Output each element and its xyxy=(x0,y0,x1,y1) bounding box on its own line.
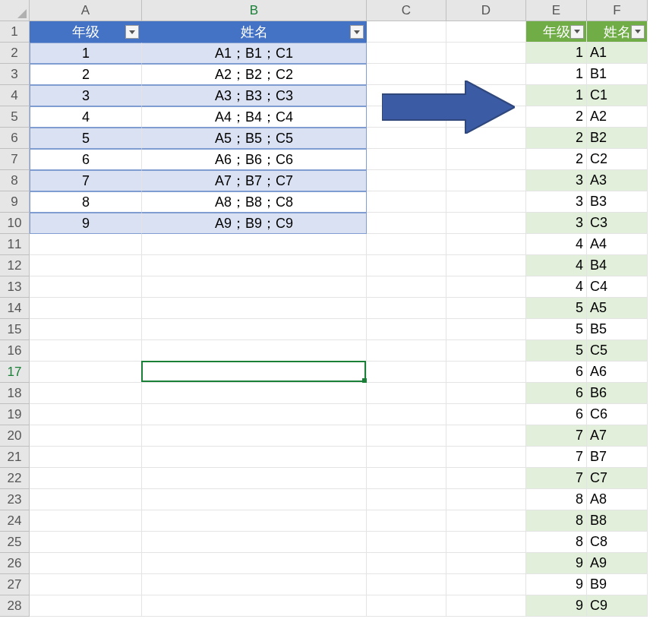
cell-A12[interactable] xyxy=(30,255,142,276)
green-header-grade[interactable]: 年级 xyxy=(526,21,587,43)
green-cell[interactable]: C6 xyxy=(587,404,648,425)
column-header-F[interactable]: F xyxy=(587,0,648,21)
cell-B20[interactable] xyxy=(142,425,367,447)
cell-C21[interactable] xyxy=(367,447,446,468)
green-cell[interactable]: A7 xyxy=(587,425,648,447)
cell-B22[interactable] xyxy=(142,468,367,489)
cell-D2[interactable] xyxy=(446,43,526,64)
blue-cell[interactable]: A1；B1；C1 xyxy=(142,43,367,64)
green-cell[interactable]: 3 xyxy=(526,170,587,191)
cell-B21[interactable] xyxy=(142,447,367,468)
filter-dropdown-icon[interactable] xyxy=(631,25,645,39)
cell-C8[interactable] xyxy=(367,170,446,191)
row-header-8[interactable]: 8 xyxy=(0,170,30,191)
cell-C4[interactable] xyxy=(367,85,446,106)
cell-B15[interactable] xyxy=(142,319,367,340)
cell-C23[interactable] xyxy=(367,489,446,510)
cell-D7[interactable] xyxy=(446,149,526,170)
green-cell[interactable]: C8 xyxy=(587,532,648,553)
cell-B24[interactable] xyxy=(142,510,367,532)
row-header-2[interactable]: 2 xyxy=(0,43,30,64)
blue-cell[interactable]: A8；B8；C8 xyxy=(142,191,367,213)
blue-cell[interactable]: A7；B7；C7 xyxy=(142,170,367,191)
green-header-name[interactable]: 姓名 xyxy=(587,21,648,43)
cell-D16[interactable] xyxy=(446,340,526,362)
green-cell[interactable]: 5 xyxy=(526,319,587,340)
cell-C14[interactable] xyxy=(367,298,446,319)
cell-C16[interactable] xyxy=(367,340,446,362)
blue-cell[interactable]: 1 xyxy=(30,43,142,64)
row-header-28[interactable]: 28 xyxy=(0,595,30,617)
cell-A20[interactable] xyxy=(30,425,142,447)
cell-B18[interactable] xyxy=(142,383,367,404)
row-header-1[interactable]: 1 xyxy=(0,21,30,43)
column-header-B[interactable]: B xyxy=(142,0,367,21)
cell-B23[interactable] xyxy=(142,489,367,510)
cell-C26[interactable] xyxy=(367,553,446,574)
cell-C2[interactable] xyxy=(367,43,446,64)
cell-D9[interactable] xyxy=(446,191,526,213)
blue-cell[interactable]: A5；B5；C5 xyxy=(142,128,367,149)
green-cell[interactable]: B1 xyxy=(587,64,648,85)
row-header-16[interactable]: 16 xyxy=(0,340,30,362)
green-cell[interactable]: C7 xyxy=(587,468,648,489)
green-cell[interactable]: 5 xyxy=(526,340,587,362)
row-header-5[interactable]: 5 xyxy=(0,106,30,128)
cell-D8[interactable] xyxy=(446,170,526,191)
green-cell[interactable]: 3 xyxy=(526,191,587,213)
green-cell[interactable]: A9 xyxy=(587,553,648,574)
blue-cell[interactable]: 4 xyxy=(30,106,142,128)
cell-C10[interactable] xyxy=(367,213,446,234)
green-cell[interactable]: A6 xyxy=(587,362,648,383)
cell-B12[interactable] xyxy=(142,255,367,276)
cell-A15[interactable] xyxy=(30,319,142,340)
row-header-10[interactable]: 10 xyxy=(0,213,30,234)
green-cell[interactable]: 7 xyxy=(526,425,587,447)
green-cell[interactable]: B9 xyxy=(587,574,648,595)
cell-A18[interactable] xyxy=(30,383,142,404)
row-header-13[interactable]: 13 xyxy=(0,276,30,298)
green-cell[interactable]: B5 xyxy=(587,319,648,340)
green-cell[interactable]: A5 xyxy=(587,298,648,319)
cell-D1[interactable] xyxy=(446,21,526,43)
row-header-3[interactable]: 3 xyxy=(0,64,30,85)
blue-cell[interactable]: A9；B9；C9 xyxy=(142,213,367,234)
column-header-E[interactable]: E xyxy=(526,0,587,21)
row-header-25[interactable]: 25 xyxy=(0,532,30,553)
green-cell[interactable]: B7 xyxy=(587,447,648,468)
green-cell[interactable]: 6 xyxy=(526,404,587,425)
row-header-7[interactable]: 7 xyxy=(0,149,30,170)
cell-B27[interactable] xyxy=(142,574,367,595)
row-header-19[interactable]: 19 xyxy=(0,404,30,425)
cell-D19[interactable] xyxy=(446,404,526,425)
green-cell[interactable]: C1 xyxy=(587,85,648,106)
row-header-21[interactable]: 21 xyxy=(0,447,30,468)
cell-A28[interactable] xyxy=(30,595,142,617)
green-cell[interactable]: A4 xyxy=(587,234,648,255)
green-cell[interactable]: 4 xyxy=(526,234,587,255)
cell-D27[interactable] xyxy=(446,574,526,595)
cell-A24[interactable] xyxy=(30,510,142,532)
green-cell[interactable]: B3 xyxy=(587,191,648,213)
green-cell[interactable]: A8 xyxy=(587,489,648,510)
cell-A16[interactable] xyxy=(30,340,142,362)
row-header-23[interactable]: 23 xyxy=(0,489,30,510)
row-header-20[interactable]: 20 xyxy=(0,425,30,447)
cell-A23[interactable] xyxy=(30,489,142,510)
cell-A19[interactable] xyxy=(30,404,142,425)
cell-C24[interactable] xyxy=(367,510,446,532)
green-cell[interactable]: 2 xyxy=(526,149,587,170)
green-cell[interactable]: C5 xyxy=(587,340,648,362)
row-header-17[interactable]: 17 xyxy=(0,362,30,383)
green-cell[interactable]: 2 xyxy=(526,106,587,128)
blue-cell[interactable]: 8 xyxy=(30,191,142,213)
green-cell[interactable]: 1 xyxy=(526,64,587,85)
cell-A25[interactable] xyxy=(30,532,142,553)
green-cell[interactable]: 5 xyxy=(526,298,587,319)
column-header-A[interactable]: A xyxy=(30,0,142,21)
cell-D12[interactable] xyxy=(446,255,526,276)
filter-dropdown-icon[interactable] xyxy=(570,25,584,39)
row-header-11[interactable]: 11 xyxy=(0,234,30,255)
green-cell[interactable]: 8 xyxy=(526,489,587,510)
cell-B16[interactable] xyxy=(142,340,367,362)
